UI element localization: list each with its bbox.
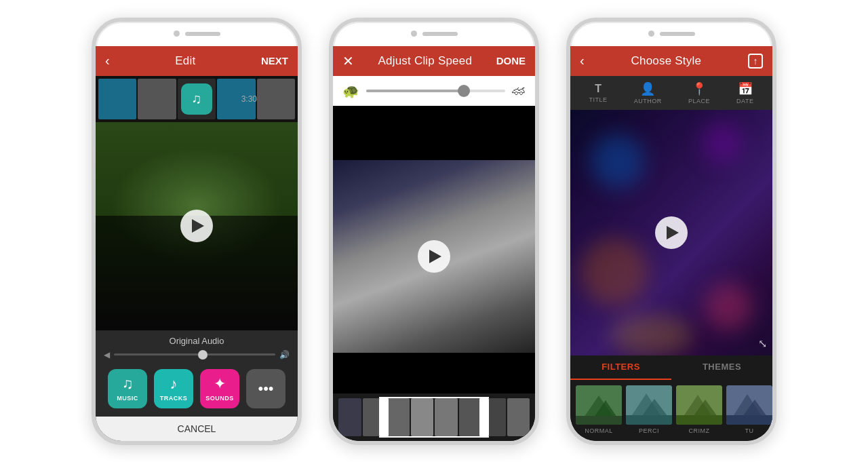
filter-perci[interactable]: PERCI — [626, 385, 672, 436]
speed-thumb[interactable] — [458, 85, 470, 97]
extra-button[interactable]: ••• — [246, 369, 285, 408]
slider-track[interactable] — [114, 353, 275, 355]
speed-screen: ✕ Adjust Clip Speed DONE 🐢 🏎 — [333, 46, 535, 441]
date-meta-label: DATE — [736, 98, 753, 104]
svg-rect-15 — [726, 415, 772, 425]
filter-thumb-perci — [626, 385, 672, 425]
done-button[interactable]: DONE — [496, 55, 526, 66]
back-icon-3[interactable]: ‹ — [580, 53, 585, 69]
metadata-row: T TITLE 👤 AUTHOR 📍 PLACE 📅 DATE — [570, 76, 772, 110]
title-icon: T — [595, 83, 601, 95]
svg-rect-3 — [576, 416, 622, 425]
play-button-3[interactable] — [655, 216, 688, 249]
play-icon-2 — [429, 250, 441, 263]
style-nav-bar: ‹ Choose Style ↑ — [570, 46, 772, 76]
date-icon: 📅 — [738, 81, 753, 96]
racing-preview[interactable] — [333, 160, 535, 353]
timeline-thumb-1 — [98, 79, 136, 119]
video-preview[interactable] — [96, 122, 298, 330]
audio-label: Original Audio — [104, 336, 290, 346]
edit-screen: ‹ Edit NEXT ♫ 3:30 — [96, 46, 298, 441]
place-meta[interactable]: 📍 PLACE — [688, 81, 710, 104]
audio-slider[interactable]: ◀ 🔊 — [104, 350, 290, 360]
phone-top-bar-2 — [333, 22, 535, 46]
filter-normal[interactable]: NORMAL — [576, 385, 622, 436]
expand-icon[interactable]: ⤡ — [758, 337, 767, 350]
filter-tu[interactable]: TU — [726, 385, 772, 436]
music-button[interactable]: ♫ MUSIC — [108, 369, 147, 408]
edit-title: Edit — [175, 54, 195, 68]
place-meta-label: PLACE — [688, 98, 710, 104]
preview-image — [96, 122, 298, 330]
author-icon: 👤 — [640, 81, 655, 96]
filter-tabs: FILTERS THEMES — [570, 355, 772, 380]
timeline-strip[interactable]: ♫ 3:30 — [96, 76, 298, 122]
slider-thumb[interactable] — [198, 350, 208, 360]
back-icon[interactable]: ‹ — [105, 53, 110, 69]
speaker-bar-2 — [422, 32, 458, 36]
extra-icon: ••• — [258, 380, 273, 398]
tracks-button[interactable]: ♪ TRACKS — [154, 369, 193, 408]
sounds-label: SOUNDS — [205, 395, 234, 402]
filters-row: NORMAL PERCI — [570, 380, 772, 441]
video-black-bottom — [333, 353, 535, 393]
date-meta[interactable]: 📅 DATE — [736, 81, 753, 104]
film-thumb-1 — [338, 398, 361, 436]
themes-tab[interactable]: THEMES — [671, 355, 772, 380]
speed-nav-bar: ✕ Adjust Clip Speed DONE — [333, 46, 535, 76]
film-handle-right[interactable] — [479, 398, 489, 437]
style-title: Choose Style — [631, 54, 702, 68]
speaker-bar — [185, 32, 220, 36]
camera-dot — [174, 31, 180, 37]
play-button[interactable] — [180, 210, 213, 242]
camera-dot-3 — [648, 31, 654, 37]
film-thumb-8 — [507, 398, 530, 436]
author-meta[interactable]: 👤 AUTHOR — [634, 81, 662, 104]
svg-rect-7 — [626, 415, 672, 425]
music-icon: ♫ — [122, 375, 134, 393]
audio-section: Original Audio ◀ 🔊 ♫ MUSIC ♪ TRACKS ✦ — [96, 330, 298, 417]
next-button[interactable]: NEXT — [261, 55, 288, 66]
timeline-thumb-2 — [138, 79, 176, 119]
phone-top-bar-3 — [570, 22, 772, 46]
film-thumb-3 — [387, 398, 410, 436]
title-meta[interactable]: T TITLE — [589, 83, 608, 103]
place-icon: 📍 — [692, 81, 707, 96]
camera-dot-2 — [411, 31, 417, 37]
author-meta-label: AUTHOR — [634, 98, 662, 104]
style-preview[interactable]: ⤡ — [570, 110, 772, 355]
filmstrip[interactable] — [333, 393, 535, 441]
cancel-label[interactable]: CANCEL — [178, 423, 216, 434]
close-icon[interactable]: ✕ — [342, 53, 354, 69]
tracks-icon: ♪ — [170, 375, 178, 393]
film-thumb-4 — [411, 398, 434, 436]
filters-tab[interactable]: FILTERS — [570, 355, 671, 380]
play-button-2[interactable] — [418, 240, 450, 273]
film-handle-left[interactable] — [379, 398, 389, 437]
phone-style: ‹ Choose Style ↑ T TITLE 👤 AUTHOR 📍 PLAC… — [566, 18, 776, 445]
share-button[interactable]: ↑ — [748, 54, 763, 69]
play-icon — [192, 219, 204, 233]
sounds-button[interactable]: ✦ SOUNDS — [200, 369, 239, 408]
filter-tu-label: TU — [745, 427, 754, 434]
speed-track[interactable] — [366, 90, 505, 92]
speed-control[interactable]: 🐢 🏎 — [333, 76, 535, 106]
cancel-bar[interactable]: CANCEL — [96, 417, 298, 441]
share-icon: ↑ — [753, 56, 758, 66]
phone-speed: ✕ Adjust Clip Speed DONE 🐢 🏎 — [329, 18, 539, 445]
edit-nav-bar: ‹ Edit NEXT — [96, 46, 298, 76]
svg-rect-11 — [676, 415, 722, 425]
music-badge: ♫ — [181, 83, 212, 115]
tool-buttons: ♫ MUSIC ♪ TRACKS ✦ SOUNDS ••• — [104, 366, 290, 411]
title-meta-label: TITLE — [589, 96, 608, 103]
phone-top-bar-1 — [96, 22, 298, 46]
speed-track-fill — [366, 90, 464, 92]
volume-high-icon: 🔊 — [279, 350, 290, 360]
video-black-top — [333, 106, 535, 160]
filter-crimz[interactable]: CRIMZ — [676, 385, 722, 436]
filter-normal-label: NORMAL — [585, 427, 613, 434]
speed-title: Adjust Clip Speed — [378, 54, 473, 68]
filter-perci-label: PERCI — [639, 427, 659, 434]
speaker-bar-3 — [660, 32, 695, 36]
slow-speed-icon: 🐢 — [342, 83, 359, 99]
